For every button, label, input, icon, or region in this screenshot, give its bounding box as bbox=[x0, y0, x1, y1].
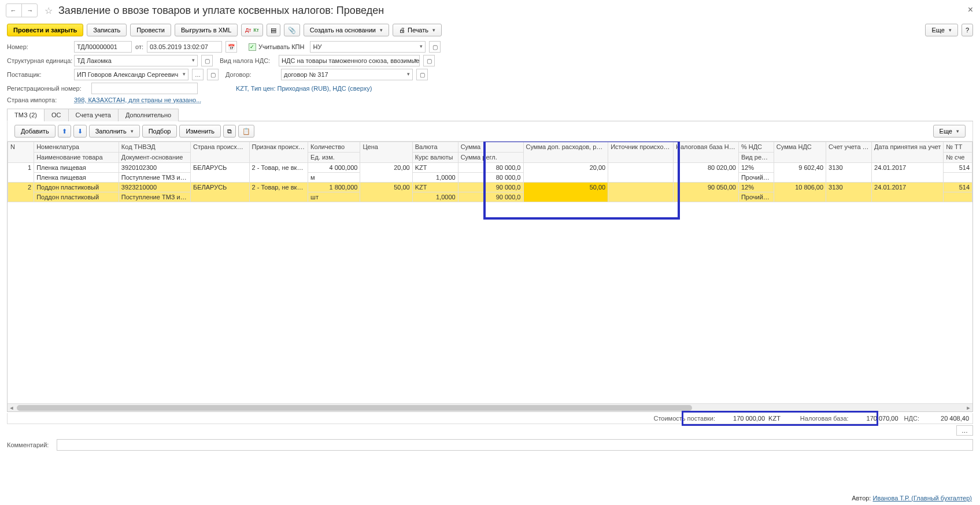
grid-scrollbar[interactable]: ◄► bbox=[8, 403, 972, 411]
move-up-button[interactable]: ⬆ bbox=[58, 125, 71, 138]
printer-icon: 🖨 bbox=[399, 27, 405, 34]
main-toolbar: Провести и закрыть Записать Провести Выг… bbox=[0, 20, 980, 40]
grid-toolbar: Добавить ⬆ ⬇ Заполнить Подбор Изменить ⧉… bbox=[7, 121, 973, 142]
paste-button[interactable]: 📋 bbox=[238, 125, 254, 138]
totals-bar: Стоимость поставки:170 000,00KZT Налогов… bbox=[7, 413, 973, 424]
copy-icon: ⧉ bbox=[227, 128, 232, 135]
favorite-icon[interactable]: ☆ bbox=[42, 4, 55, 17]
taxbase-value: 170 070,00 bbox=[852, 415, 898, 422]
hdr-sumvat[interactable]: Сумма НДС bbox=[774, 142, 826, 163]
hdr-sum[interactable]: Сумма bbox=[458, 142, 523, 153]
back-button[interactable]: ← bbox=[6, 4, 20, 17]
contract-select[interactable]: договор № 317 bbox=[281, 69, 413, 80]
save-button[interactable]: Записать bbox=[87, 24, 127, 36]
regnum-label: Регистрационный номер: bbox=[7, 85, 88, 92]
hdr-base[interactable]: Налоговая база НДС bbox=[674, 142, 739, 163]
hdr-n[interactable]: N bbox=[8, 142, 34, 163]
copy-button[interactable]: ⧉ bbox=[223, 125, 236, 138]
hdr-pct[interactable]: % НДС bbox=[738, 142, 774, 153]
country-label: Страна импорта: bbox=[7, 96, 71, 103]
hdr-sumreg[interactable]: Сумма регл. bbox=[458, 153, 523, 163]
table-row[interactable]: 1Пленка пищевая3920102300БЕЛАРУСЬ2 - Тов… bbox=[8, 163, 972, 173]
kpn-checkbox[interactable]: ✓Учитывать КПН bbox=[249, 43, 305, 51]
ellipsis-button[interactable]: … bbox=[956, 425, 973, 436]
pick-button[interactable]: Подбор bbox=[142, 125, 177, 138]
supplier-select[interactable]: ИП Говоров Александр Сергеевич bbox=[74, 69, 188, 80]
export-xml-button[interactable]: Выгрузить в XML bbox=[175, 24, 238, 36]
hdr-cur[interactable]: Валюта bbox=[412, 142, 458, 153]
supplier-label: Поставщик: bbox=[7, 71, 71, 78]
contract-label: Договор: bbox=[225, 71, 278, 78]
author-link[interactable]: Иванова Т.Р. (Главный бухгалтер) bbox=[873, 495, 972, 502]
hdr-nomen[interactable]: Номенклатура bbox=[34, 142, 119, 153]
vat-type-select[interactable]: НДС на товары таможенного союза, ввозимы… bbox=[279, 55, 420, 66]
contract-hint: KZT, Тип цен: Приходная (RUB), НДС (свер… bbox=[236, 85, 372, 92]
hdr-rate[interactable]: Курс валюты bbox=[412, 153, 458, 163]
hdr-tnved[interactable]: Код ТНВЭД bbox=[119, 142, 190, 153]
vat-type-open-icon[interactable]: ▢ bbox=[423, 55, 435, 66]
close-icon[interactable]: × bbox=[968, 5, 973, 15]
move-down-button[interactable]: ⬇ bbox=[73, 125, 87, 138]
org-open-icon[interactable]: ▢ bbox=[201, 55, 213, 66]
supplier-open-icon[interactable]: ▢ bbox=[207, 69, 219, 80]
hdr-price[interactable]: Цена bbox=[360, 142, 412, 163]
delivery-value: 170 000,00 bbox=[719, 415, 765, 422]
hdr-real[interactable]: Вид реализации (НДС) bbox=[738, 153, 774, 163]
nu-open-icon[interactable]: ▢ bbox=[429, 41, 441, 53]
help-button[interactable]: ? bbox=[961, 24, 973, 36]
from-label: от: bbox=[135, 43, 143, 50]
calendar-icon[interactable]: 📅 bbox=[225, 41, 237, 53]
hdr-country[interactable]: Страна происхождения bbox=[190, 142, 249, 163]
number-label: Номер: bbox=[7, 43, 71, 50]
org-select[interactable]: ТД Лакомка bbox=[74, 55, 198, 66]
hdr-sign[interactable]: Признак происхождения bbox=[249, 142, 308, 163]
more-button[interactable]: Еще bbox=[925, 24, 957, 36]
hdr-doc[interactable]: Документ-основание bbox=[119, 153, 190, 163]
grid-more-button[interactable]: Еще bbox=[933, 125, 966, 138]
post-button[interactable]: Провести bbox=[130, 24, 171, 36]
tab-os[interactable]: ОС bbox=[44, 109, 69, 121]
tab-tmz[interactable]: ТМЗ (2) bbox=[7, 109, 45, 121]
supplier-ellipsis[interactable]: … bbox=[192, 69, 204, 80]
vat-value: 20 408,40 bbox=[923, 415, 969, 422]
date-input[interactable]: 03.05.2019 13:02:07 bbox=[147, 41, 222, 53]
hdr-qty[interactable]: Количество bbox=[308, 142, 360, 153]
tab-accounts[interactable]: Счета учета bbox=[68, 109, 119, 121]
hdr-nsch[interactable]: № сче bbox=[944, 153, 972, 163]
hdr-src[interactable]: Источник происхождения bbox=[608, 142, 674, 163]
print-button[interactable]: 🖨Печать bbox=[393, 24, 442, 36]
hdr-name[interactable]: Наименование товара bbox=[34, 153, 119, 163]
arrow-up-icon: ⬆ bbox=[62, 128, 67, 135]
regnum-input[interactable] bbox=[91, 83, 198, 94]
comment-input[interactable] bbox=[57, 439, 973, 451]
tab-additional[interactable]: Дополнительно bbox=[118, 109, 179, 121]
document-icon: ▤ bbox=[271, 27, 276, 34]
nav-arrows: ← → bbox=[6, 3, 38, 17]
nu-select[interactable]: НУ bbox=[310, 41, 426, 53]
author-block: Автор: Иванова Т.Р. (Главный бухгалтер) bbox=[852, 495, 972, 502]
contract-open-icon[interactable]: ▢ bbox=[416, 69, 428, 80]
grid: N Номенклатура Код ТНВЭД Страна происхож… bbox=[7, 142, 973, 412]
number-input[interactable]: ТДЛ00000001 bbox=[74, 41, 132, 53]
fill-button[interactable]: Заполнить bbox=[89, 125, 140, 138]
tabs: ТМЗ (2) ОС Счета учета Дополнительно bbox=[7, 108, 973, 121]
post-and-close-button[interactable]: Провести и закрыть bbox=[7, 24, 83, 36]
table-row[interactable]: 2Поддон пластиковый3923210000БЕЛАРУСЬ2 -… bbox=[8, 183, 972, 192]
create-based-button[interactable]: Создать на основании bbox=[304, 24, 389, 36]
add-row-button[interactable]: Добавить bbox=[14, 125, 56, 138]
page-title: Заявление о ввозе товаров и уплате косве… bbox=[58, 5, 384, 17]
hdr-acct[interactable]: Счет учета НДС bbox=[826, 142, 872, 163]
hdr-ntt[interactable]: № ТТ bbox=[944, 142, 972, 153]
taxbase-label: Налоговая база: bbox=[800, 415, 849, 422]
comment-label: Комментарий: bbox=[7, 441, 53, 448]
report-button[interactable]: ▤ bbox=[267, 24, 280, 36]
country-link[interactable]: 398, КАЗАХСТАН, для страны не указано... bbox=[74, 96, 201, 103]
hdr-accdate[interactable]: Дата принятия на учет bbox=[872, 142, 944, 163]
hdr-extra[interactable]: Сумма доп. расходов, регл. bbox=[523, 142, 608, 163]
attach-button[interactable]: 📎 bbox=[284, 24, 300, 36]
dtkt-button[interactable]: ДтКт bbox=[241, 24, 263, 36]
edit-button[interactable]: Изменить bbox=[179, 125, 221, 138]
org-label: Структурная единица: bbox=[7, 57, 71, 64]
forward-button[interactable]: → bbox=[23, 4, 37, 17]
hdr-uom[interactable]: Ед. изм. bbox=[308, 153, 360, 163]
